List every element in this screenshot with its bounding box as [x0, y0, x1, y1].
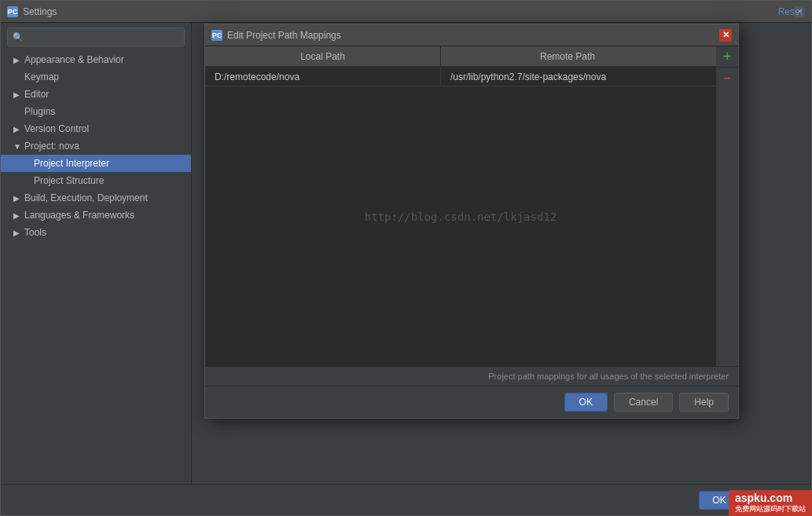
dialog-help-button[interactable]: Help: [679, 393, 729, 412]
sidebar-item-build-execution[interactable]: ▶ Build, Execution, Deployment: [1, 189, 191, 207]
col-local-path: Local Path: [205, 46, 441, 66]
arrow-icon: ▶: [13, 229, 21, 237]
dialog-body: Local Path Remote Path + D:/remotecode/n…: [205, 46, 738, 418]
edit-path-mappings-dialog: PC Edit Project Path Mappings ✕ Local Pa…: [204, 24, 739, 419]
arrow-icon: ▶: [13, 211, 21, 220]
dialog-title-bar: PC Edit Project Path Mappings ✕: [205, 24, 738, 46]
add-mapping-button[interactable]: +: [719, 49, 735, 66]
arrow-icon: ▶: [13, 125, 21, 134]
dialog-close-button[interactable]: ✕: [719, 29, 732, 42]
arrow-icon: ▶: [13, 90, 21, 99]
search-input[interactable]: [27, 31, 179, 42]
arrow-icon: ▶: [13, 194, 21, 203]
arrow-icon: ▶: [13, 56, 21, 64]
search-icon: 🔍: [13, 32, 24, 42]
table-row: D:/remotecode/nova /usr/lib/python2.7/si…: [205, 68, 716, 86]
dialog-icon: PC: [211, 30, 222, 41]
sidebar-item-editor[interactable]: ▶ Editor: [1, 86, 191, 103]
dialog-cancel-button[interactable]: Cancel: [614, 393, 673, 412]
remote-path-cell: /usr/lib/python2.7/site-packages/nova: [441, 68, 716, 86]
sidebar-item-project-nova[interactable]: ▼ Project: nova: [1, 137, 191, 155]
sidebar-item-project-interpreter[interactable]: Project Interpreter: [1, 155, 191, 172]
sidebar-item-plugins[interactable]: Plugins: [1, 103, 191, 120]
sidebar-item-project-structure[interactable]: Project Structure: [1, 172, 191, 189]
watermark: http://blog.csdn.net/lkjasd12: [365, 210, 557, 223]
dialog-buttons: OK Cancel Help: [205, 386, 738, 418]
title-bar: PC Settings ✕: [1, 1, 811, 23]
settings-title: Settings: [23, 6, 794, 17]
side-buttons: −: [716, 68, 738, 366]
bottom-bar: OK Cancel: [1, 484, 811, 515]
sidebar-item-version-control[interactable]: ▶ Version Control: [1, 120, 191, 137]
sidebar-item-keymap[interactable]: Keymap: [1, 68, 191, 86]
sidebar: 🔍 ▶ Appearance & Behavior Keymap ▶ Edito…: [1, 23, 192, 484]
dialog-status-text: Project path mappings for all usages of …: [205, 366, 738, 386]
dialog-ok-button[interactable]: OK: [564, 393, 608, 412]
local-path-cell: D:/remotecode/nova: [205, 68, 441, 86]
aspku-watermark: aspku.com 免费网站源码时下载站: [729, 490, 812, 516]
col-remote-path: Remote Path: [441, 46, 694, 66]
sidebar-item-tools[interactable]: ▶ Tools: [1, 224, 191, 241]
remove-mapping-button[interactable]: −: [719, 71, 735, 86]
settings-window-icon: PC: [7, 6, 18, 17]
arrow-down-icon: ▼: [13, 142, 21, 151]
search-box[interactable]: 🔍: [7, 27, 185, 46]
sidebar-item-languages-frameworks[interactable]: ▶ Languages & Frameworks: [1, 207, 191, 224]
sidebar-item-appearance[interactable]: ▶ Appearance & Behavior: [1, 51, 191, 68]
dialog-title: Edit Project Path Mappings: [227, 30, 719, 41]
